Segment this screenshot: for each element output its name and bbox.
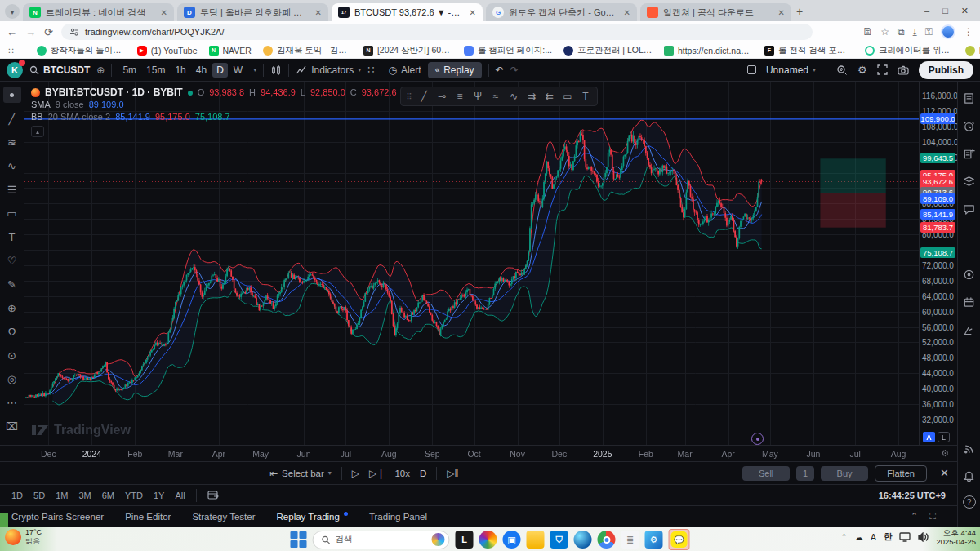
short-position-icon[interactable]: ⇇ — [541, 88, 558, 104]
quantity-button[interactable]: 1 — [796, 466, 814, 481]
text-icon[interactable]: T — [577, 88, 594, 104]
hotlists-icon[interactable] — [961, 266, 978, 282]
notepad-l-icon[interactable]: L — [456, 531, 474, 549]
timeframe-15m[interactable]: 15m — [142, 63, 169, 78]
browser-profile-avatar[interactable] — [941, 24, 956, 39]
range-1d[interactable]: 1D — [11, 491, 23, 500]
quick-search-icon[interactable] — [836, 64, 848, 76]
timeframe-W[interactable]: W — [229, 63, 247, 78]
timeframe-1h[interactable]: 1h — [171, 63, 189, 78]
notifications-icon[interactable] — [961, 468, 978, 484]
url-bar[interactable]: tradingview.com/chart/POQYJK2A/ — [61, 24, 813, 40]
timeframe-5m[interactable]: 5m — [118, 63, 140, 78]
tab-close-icon[interactable]: ✕ — [315, 8, 322, 17]
extensions-icon[interactable]: ⚿ — [925, 26, 933, 38]
bookmark-item[interactable]: https://en.dict.nave... — [664, 46, 753, 56]
publish-button[interactable]: Publish — [919, 61, 973, 79]
maximize-button[interactable]: □ — [942, 6, 948, 16]
timeframe-D[interactable]: D — [212, 63, 228, 78]
camera-snapshot-icon[interactable] — [898, 65, 909, 75]
site-settings-icon[interactable] — [69, 27, 79, 37]
price-chart-canvas[interactable] — [24, 82, 919, 445]
alerts-icon[interactable] — [961, 118, 978, 134]
footer-tab-strategy-tester[interactable]: Strategy Tester — [192, 512, 255, 522]
kakaotalk-icon[interactable]: 💬 — [671, 531, 688, 548]
apps-grid-icon[interactable]: ∷ — [8, 46, 14, 56]
range-5d[interactable]: 5D — [33, 491, 45, 500]
clock-display[interactable]: 16:44:25 UTC+9 — [879, 491, 946, 500]
parallel-channel-icon[interactable]: ≡ — [452, 88, 468, 104]
text-tool[interactable]: T — [3, 229, 21, 245]
new-tab-button[interactable]: + — [791, 3, 808, 20]
maximize-panel-icon[interactable]: ⛶ — [929, 511, 936, 522]
bookmark-item[interactable]: 프로관전러 | LOLPS... — [564, 45, 653, 56]
flatten-button[interactable]: Flatten — [875, 465, 927, 482]
footer-tab-replay-trading[interactable]: Replay Trading — [277, 512, 348, 522]
pitchfork-icon[interactable]: Ψ — [470, 88, 486, 104]
side-panel-icon[interactable]: ⧉ — [898, 26, 905, 38]
bookmark-item[interactable]: 창작자들의 놀이터 :... — [37, 45, 126, 56]
store-icon[interactable]: ⛉ — [550, 531, 568, 549]
translate-icon[interactable]: 🖺 — [862, 26, 872, 38]
range-1y[interactable]: 1Y — [154, 491, 164, 500]
layout-square-icon[interactable] — [747, 65, 756, 74]
timeframe-4h[interactable]: 4h — [192, 63, 211, 78]
volume-icon[interactable] — [918, 532, 929, 542]
footer-tab-crypto-pairs-screener[interactable]: Crypto Pairs Screener — [11, 512, 104, 522]
browser-tab[interactable]: 알캡쳐 | 공식 다운로드✕ — [640, 3, 791, 21]
range-6m[interactable]: 6M — [102, 491, 114, 500]
close-replay-icon[interactable]: ✕ — [940, 467, 949, 479]
chart-style-icon[interactable] — [270, 64, 282, 76]
tab-close-icon[interactable]: ✕ — [161, 8, 167, 17]
patterns-tool[interactable]: ∿ — [3, 158, 21, 174]
replay-speed[interactable]: 10x — [394, 469, 410, 478]
step-forward-icon[interactable]: ▷❘ — [369, 468, 385, 479]
trend-line-icon[interactable]: ╱ — [416, 88, 432, 104]
fib-retracement-tool[interactable]: ≋ — [3, 134, 21, 150]
bookmark-item[interactable]: 크리에이터를 위한... — [865, 45, 954, 56]
range-3m[interactable]: 3M — [78, 491, 91, 500]
user-avatar[interactable]: K — [7, 62, 23, 78]
browser-tab[interactable]: 17BTCUSDT 93,672.6 ▼ -0.33%✕ — [332, 3, 483, 21]
remove-drawings-tool[interactable]: ⌧ — [3, 418, 21, 434]
long-position-icon[interactable]: ⇉ — [523, 88, 540, 104]
back-button[interactable]: ← — [7, 26, 17, 38]
replay-interval[interactable]: D — [420, 469, 426, 478]
forward-button[interactable]: → — [25, 26, 36, 38]
replay-button[interactable]: « Replay — [428, 62, 482, 78]
bookmark-item[interactable]: https://www.inven.c... — [965, 46, 980, 56]
bookmark-item[interactable]: 김재욱 토익 - 김재... — [263, 45, 352, 56]
close-button[interactable]: ✕ — [961, 6, 969, 16]
replay-cursor-icon[interactable] — [751, 433, 764, 445]
layout-name-button[interactable]: Unnamed ▾ — [766, 64, 816, 76]
legend-collapse-button[interactable]: ▴ — [31, 126, 44, 137]
footer-tab-pine-editor[interactable]: Pine Editor — [125, 512, 171, 522]
rectangle-tool[interactable]: ▭ — [3, 205, 21, 221]
buy-button[interactable]: Buy — [821, 466, 868, 481]
more-tools[interactable]: ⋯ — [3, 394, 21, 411]
hide-drawings-tool[interactable]: ◎ — [3, 371, 21, 387]
layout-grid-icon[interactable]: ∷ — [368, 64, 374, 76]
trend-line-tool[interactable]: ╱ — [3, 110, 21, 127]
range-ytd[interactable]: YTD — [125, 491, 143, 500]
weather-widget[interactable]: 17°C 맑음 — [5, 528, 42, 547]
ime-korean[interactable]: 한 — [884, 531, 893, 543]
watchlist-icon[interactable] — [961, 90, 978, 106]
timeframe-chevron-icon[interactable]: ▾ — [253, 66, 256, 73]
time-axis[interactable]: ⚙ Dec2024FebMarAprMayJunJulAugSepOctNovD… — [0, 445, 957, 461]
photos-icon[interactable] — [479, 531, 497, 549]
edge-icon[interactable] — [574, 531, 592, 549]
tab-close-icon[interactable]: ✕ — [470, 8, 476, 17]
emoji-tool[interactable]: ♡ — [3, 252, 21, 269]
sell-button[interactable]: Sell — [742, 466, 790, 481]
xabcd-pattern-icon[interactable]: ≈ — [488, 88, 504, 104]
play-icon[interactable]: ▷ — [352, 468, 359, 479]
ime-letter[interactable]: A — [871, 532, 876, 542]
select-bar-button[interactable]: ⇤ Select bar ▾ — [270, 468, 332, 479]
fullscreen-icon[interactable] — [877, 64, 888, 75]
taskbar-search[interactable]: 검색 — [313, 531, 450, 549]
tray-clock[interactable]: 오후 4:44 2025-04-25 — [936, 528, 976, 547]
elliott-wave-icon[interactable]: ∿ — [506, 88, 522, 104]
journal-icon[interactable] — [961, 145, 978, 162]
auto-scale-button[interactable]: A — [923, 432, 935, 442]
